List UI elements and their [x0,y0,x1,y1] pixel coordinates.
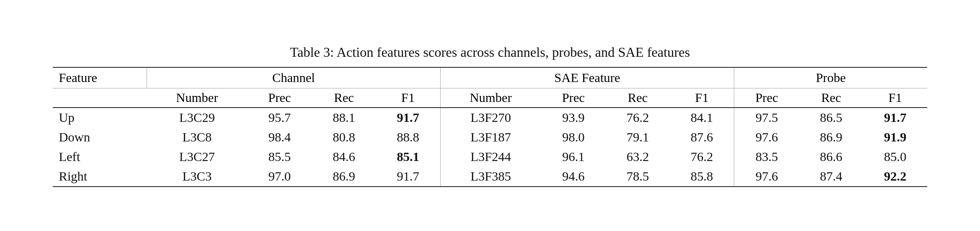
pr-rec-cell: 86.9 [799,128,863,147]
ch-f1-cell: 88.8 [376,128,440,147]
sae-f1-cell: 84.1 [670,108,734,128]
pr-prec-cell: 83.5 [734,147,799,167]
main-table: Feature Channel SAE Feature Probe Number… [53,67,927,187]
table-body: UpL3C2995.788.191.7L3F27093.976.284.197.… [53,108,927,187]
sae-rec-cell: 78.5 [606,167,670,187]
sae-rec-header: Rec [606,88,670,108]
ch-f1-cell: 91.7 [376,108,440,128]
ch-number-cell: L3C29 [147,108,247,128]
feature-cell: Right [53,167,147,187]
table-caption: Table 3: Action features scores across c… [53,44,927,60]
table-container: Table 3: Action features scores across c… [38,37,942,195]
ch-f1-header: F1 [376,88,440,108]
pr-prec-cell: 97.6 [734,128,799,147]
pr-prec-header: Prec [734,88,799,108]
ch-prec-cell: 97.0 [247,167,312,187]
ch-number-cell: L3C27 [147,147,247,167]
feature-cell: Down [53,128,147,147]
ch-rec-cell: 84.6 [312,147,376,167]
pr-rec-cell: 86.6 [799,147,863,167]
sae-f1-cell: 85.8 [670,167,734,187]
feature-subheader [53,88,147,108]
pr-rec-header: Rec [799,88,863,108]
sae-prec-cell: 93.9 [541,108,606,128]
sae-rec-cell: 76.2 [606,108,670,128]
sae-number-cell: L3F187 [440,128,541,147]
sae-number-header: Number [440,88,541,108]
ch-rec-cell: 88.1 [312,108,376,128]
ch-rec-header: Rec [312,88,376,108]
ch-prec-cell: 95.7 [247,108,312,128]
subheader-row: Number Prec Rec F1 Number Prec Rec F1 Pr… [53,88,927,108]
sae-f1-cell: 87.6 [670,128,734,147]
ch-rec-cell: 80.8 [312,128,376,147]
pr-f1-cell: 91.9 [863,128,927,147]
ch-rec-cell: 86.9 [312,167,376,187]
sae-f1-cell: 76.2 [670,147,734,167]
pr-f1-cell: 91.7 [863,108,927,128]
sae-group-header: SAE Feature [440,67,734,89]
pr-f1-header: F1 [863,88,927,108]
pr-prec-cell: 97.6 [734,167,799,187]
probe-group-header: Probe [734,67,927,89]
table-row: DownL3C898.480.888.8L3F18798.079.187.697… [53,128,927,147]
feature-header: Feature [53,67,147,89]
sae-rec-cell: 63.2 [606,147,670,167]
pr-prec-cell: 97.5 [734,108,799,128]
ch-number-cell: L3C8 [147,128,247,147]
ch-number-header: Number [147,88,247,108]
group-header-row: Feature Channel SAE Feature Probe [53,67,927,89]
pr-rec-cell: 87.4 [799,167,863,187]
pr-f1-cell: 85.0 [863,147,927,167]
ch-number-cell: L3C3 [147,167,247,187]
ch-f1-cell: 91.7 [376,167,440,187]
table-row: RightL3C397.086.991.7L3F38594.678.585.89… [53,167,927,187]
sae-number-cell: L3F244 [440,147,541,167]
ch-prec-cell: 98.4 [247,128,312,147]
sae-number-cell: L3F385 [440,167,541,187]
sae-prec-cell: 98.0 [541,128,606,147]
sae-rec-cell: 79.1 [606,128,670,147]
ch-f1-cell: 85.1 [376,147,440,167]
ch-prec-cell: 85.5 [247,147,312,167]
sae-prec-cell: 94.6 [541,167,606,187]
channel-group-header: Channel [147,67,441,89]
sae-prec-cell: 96.1 [541,147,606,167]
feature-cell: Up [53,108,147,128]
pr-f1-cell: 92.2 [863,167,927,187]
ch-prec-header: Prec [247,88,312,108]
sae-prec-header: Prec [541,88,606,108]
feature-cell: Left [53,147,147,167]
pr-rec-cell: 86.5 [799,108,863,128]
sae-number-cell: L3F270 [440,108,541,128]
table-row: LeftL3C2785.584.685.1L3F24496.163.276.28… [53,147,927,167]
table-row: UpL3C2995.788.191.7L3F27093.976.284.197.… [53,108,927,128]
sae-f1-header: F1 [670,88,734,108]
